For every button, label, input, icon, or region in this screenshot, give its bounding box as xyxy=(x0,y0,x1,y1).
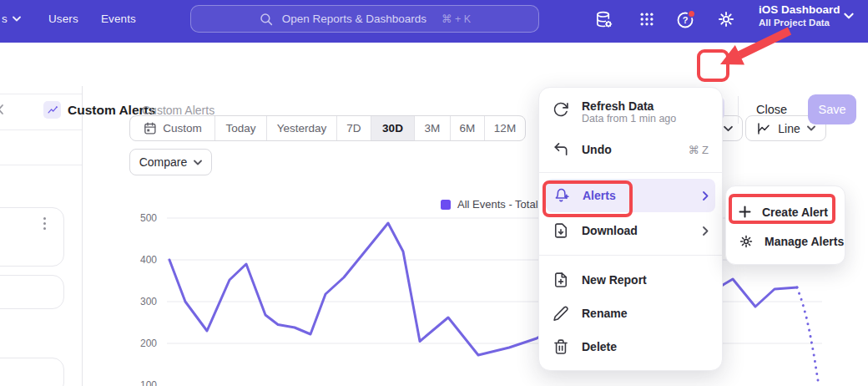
new-file-icon xyxy=(553,272,569,288)
project-scope: All Project Data xyxy=(759,17,840,28)
sidebar-card[interactable] xyxy=(0,275,64,309)
header-divider xyxy=(738,96,739,124)
menu-divider xyxy=(539,255,722,256)
back-chevron-icon[interactable] xyxy=(0,103,4,118)
range-yesterday[interactable]: Yesterday xyxy=(267,116,337,140)
global-search-input[interactable]: Open Reports & Dashboards ⌘ + K xyxy=(190,5,539,33)
chevron-down-icon xyxy=(724,125,733,132)
project-name: iOS Dashboard xyxy=(759,3,840,17)
chevron-down-icon xyxy=(807,125,815,131)
sidebar-card[interactable] xyxy=(0,207,64,267)
data-management-icon[interactable] xyxy=(591,1,616,38)
kebab-menu-icon[interactable] xyxy=(43,217,46,230)
undo-icon xyxy=(553,141,569,158)
close-button[interactable]: Close xyxy=(756,103,787,116)
y-tick: 400 xyxy=(124,254,157,266)
menu-item-alerts[interactable]: Alerts xyxy=(546,179,715,212)
report-type-icon xyxy=(43,101,61,119)
refresh-icon xyxy=(553,101,569,118)
legend-swatch xyxy=(441,200,451,210)
sidebar-divider xyxy=(0,165,82,165)
report-header: Custom Alerts Custom Alerts GV Duplicate… xyxy=(0,43,868,86)
menu-item-refresh-data[interactable]: Refresh Data Data from 1 min ago xyxy=(539,98,722,124)
line-chart-icon xyxy=(756,121,771,136)
search-shortcut: ⌘ + K xyxy=(442,13,471,25)
range-today[interactable]: Today xyxy=(215,116,267,140)
calendar-icon xyxy=(143,121,157,135)
submenu-chevron-icon xyxy=(703,226,709,236)
app-window: 500400300200100 All Events - Total Custo… xyxy=(0,0,868,386)
more-options-menu: Refresh Data Data from 1 min ago Undo ⌘ … xyxy=(538,87,723,371)
menu-shortcut: ⌘ Z xyxy=(688,144,709,156)
compare-button[interactable]: Compare xyxy=(129,149,212,175)
y-tick: 100 xyxy=(124,379,157,386)
range-custom[interactable]: Custom xyxy=(130,116,215,140)
submenu-item-manage-alerts[interactable]: Manage Alerts xyxy=(726,226,845,256)
download-file-icon xyxy=(553,222,569,239)
chevron-down-icon[interactable] xyxy=(844,13,854,19)
apps-grid-icon[interactable] xyxy=(634,1,659,38)
menu-item-rename[interactable]: Rename xyxy=(539,297,722,330)
menu-item-delete[interactable]: Delete xyxy=(539,330,722,363)
save-button[interactable]: Save xyxy=(808,94,856,124)
top-nav: s Users Events Open Reports & Dashboards… xyxy=(0,0,868,43)
sidebar-divider xyxy=(0,94,82,94)
menu-item-undo[interactable]: Undo ⌘ Z xyxy=(539,133,722,166)
alert-bell-plus-icon xyxy=(553,187,570,204)
menu-divider xyxy=(539,172,722,173)
breadcrumb: Custom Alerts xyxy=(142,104,214,117)
svg-text:?: ? xyxy=(683,15,689,25)
project-selector[interactable]: iOS Dashboard All Project Data xyxy=(759,3,840,28)
search-placeholder: Open Reports & Dashboards xyxy=(282,13,426,25)
menu-item-new-report[interactable]: New Report xyxy=(539,263,722,297)
alerts-submenu: Create Alert Manage Alerts xyxy=(725,185,845,265)
plus-icon xyxy=(739,206,751,218)
chevron-down-icon xyxy=(194,160,202,165)
y-tick: 200 xyxy=(124,338,157,349)
submenu-chevron-icon xyxy=(703,191,709,201)
legend-label: All Events - Total xyxy=(457,198,538,211)
date-range-control: Custom Today Yesterday 7D 30D 3M 6M 12M xyxy=(129,115,526,141)
pencil-icon xyxy=(553,305,569,322)
sidebar-divider xyxy=(0,130,82,130)
chart-legend: All Events - Total xyxy=(441,198,538,211)
chevron-down-icon xyxy=(13,16,21,22)
menu-item-sublabel: Data from 1 min ago xyxy=(582,113,676,124)
menu-item-download[interactable]: Download xyxy=(539,214,722,247)
range-12m[interactable]: 12M xyxy=(485,116,525,140)
sidebar-border xyxy=(82,86,83,386)
help-icon[interactable]: ? xyxy=(674,1,699,38)
y-tick: 300 xyxy=(124,296,157,307)
nav-item-events[interactable]: Events xyxy=(101,0,136,37)
search-icon xyxy=(259,12,274,27)
trash-icon xyxy=(553,338,569,355)
gear-icon xyxy=(739,234,754,249)
submenu-item-create-alert[interactable]: Create Alert xyxy=(726,197,845,226)
range-3m[interactable]: 3M xyxy=(415,116,451,140)
settings-gear-icon[interactable] xyxy=(714,1,739,38)
range-7d[interactable]: 7D xyxy=(337,116,371,140)
y-tick: 500 xyxy=(124,212,157,224)
nav-item-users[interactable]: Users xyxy=(48,0,78,37)
sidebar-card[interactable] xyxy=(0,358,64,386)
range-30d-selected[interactable]: 30D xyxy=(371,116,415,140)
nav-item-truncated[interactable]: s xyxy=(2,0,21,37)
range-6m[interactable]: 6M xyxy=(451,116,485,140)
